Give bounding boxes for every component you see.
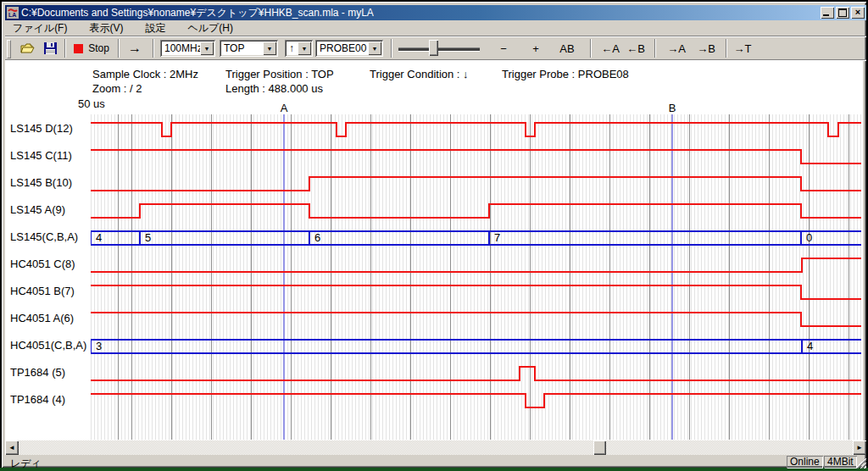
status-memory-badge: 4MBit bbox=[824, 456, 857, 468]
sample-clock-select[interactable]: 100MHz ▼ bbox=[160, 40, 215, 57]
goto-marker-a-button[interactable]: ←A bbox=[598, 39, 622, 58]
title-bar[interactable]: LA C:¥Documents and Settings¥noname¥デスクト… bbox=[5, 5, 866, 20]
window-title: C:¥Documents and Settings¥noname¥デスクトップ¥… bbox=[21, 6, 374, 20]
toolbar-separator bbox=[391, 39, 392, 58]
goto-trigger-button[interactable]: →T bbox=[731, 39, 754, 58]
scrollbar-thumb[interactable] bbox=[593, 441, 606, 455]
chevron-down-icon[interactable]: ▼ bbox=[298, 42, 311, 55]
maximize-button[interactable] bbox=[836, 7, 849, 19]
app-icon: LA bbox=[7, 7, 19, 19]
trigger-probe-select[interactable]: PROBE00 ▼ bbox=[315, 40, 383, 57]
trigger-position-select[interactable]: TOP ▼ bbox=[220, 40, 278, 57]
open-file-button[interactable] bbox=[17, 39, 39, 58]
channel-label: TP1684 (5) bbox=[10, 366, 65, 380]
toolbar-separator bbox=[726, 39, 727, 58]
horizontal-scrollbar[interactable]: ◄ ► bbox=[5, 441, 866, 455]
bus-value: 3 bbox=[96, 340, 102, 352]
waveform-2 bbox=[91, 177, 861, 191]
minimize-button[interactable] bbox=[821, 7, 834, 19]
toolbar-grip[interactable] bbox=[7, 40, 11, 58]
marker-b-label: B bbox=[667, 102, 677, 114]
channel-label: LS145(C,B,A) bbox=[10, 230, 78, 244]
waveform-10 bbox=[91, 394, 861, 407]
waveform-svg: 4567034 bbox=[91, 114, 861, 440]
set-a-label: →A bbox=[667, 42, 686, 55]
close-button[interactable]: × bbox=[851, 7, 865, 19]
marker-a-label: A bbox=[279, 102, 289, 114]
close-icon: × bbox=[855, 8, 860, 17]
zoom-slider-track[interactable] bbox=[398, 47, 480, 52]
stop-button[interactable]: Stop bbox=[70, 39, 114, 58]
trigger-edge-select[interactable]: ↑ ▼ bbox=[285, 40, 313, 57]
menu-help[interactable]: ヘルプ(H) bbox=[180, 20, 241, 37]
maximize-icon bbox=[838, 8, 847, 17]
channel-label: LS145 A(9) bbox=[10, 203, 65, 217]
time-division-label: 50 us bbox=[78, 97, 105, 110]
waveform-client-area: Sample Clock : 2MHz Trigger Position : T… bbox=[5, 60, 863, 441]
status-online-badge: Online bbox=[787, 456, 823, 468]
trigger-position-value: TOP bbox=[220, 42, 263, 54]
app-window: LA C:¥Documents and Settings¥noname¥デスクト… bbox=[2, 2, 866, 468]
scroll-right-icon: ► bbox=[856, 444, 863, 452]
scroll-right-button[interactable]: ► bbox=[853, 441, 866, 455]
bus-waveform-4: 45670 bbox=[91, 231, 861, 245]
minimize-icon bbox=[823, 14, 829, 16]
waveform-0 bbox=[91, 123, 861, 136]
bus-value: 4 bbox=[96, 231, 102, 244]
chevron-down-icon[interactable]: ▼ bbox=[368, 42, 381, 55]
goto-marker-b-button[interactable]: ←B bbox=[624, 39, 648, 58]
menu-settings[interactable]: 設定 bbox=[137, 20, 173, 37]
set-marker-a-button[interactable]: →A bbox=[665, 39, 688, 58]
trigger-position-info: Trigger Position : TOP bbox=[225, 68, 334, 80]
zoom-slider-thumb[interactable] bbox=[429, 40, 438, 56]
channel-label: LS145 D(12) bbox=[10, 122, 73, 136]
waveform-1 bbox=[91, 150, 861, 163]
scroll-left-icon: ◄ bbox=[8, 444, 15, 452]
run-button[interactable]: → bbox=[122, 39, 147, 58]
status-bar: レディ Online 4MBit bbox=[5, 457, 866, 469]
chevron-down-icon[interactable]: ▼ bbox=[200, 42, 214, 55]
zoom-in-button[interactable]: + bbox=[526, 39, 546, 58]
menu-file[interactable]: ファイル(F) bbox=[5, 20, 75, 37]
menu-bar: ファイル(F) 表示(V) 設定 ヘルプ(H) bbox=[5, 21, 866, 36]
run-arrow-icon: → bbox=[128, 41, 142, 56]
channel-label: HC4051 A(6) bbox=[10, 312, 74, 325]
trigger-probe-value: PROBE00 bbox=[315, 42, 368, 54]
floppy-disk-icon bbox=[44, 42, 57, 54]
channel-label: LS145 C(11) bbox=[10, 149, 72, 163]
channel-label: TP1684 (4) bbox=[10, 393, 65, 407]
zoom-out-button[interactable]: − bbox=[493, 39, 514, 58]
set-b-label: →B bbox=[697, 42, 715, 55]
save-button[interactable] bbox=[39, 39, 61, 58]
zoom-in-label: + bbox=[532, 42, 539, 55]
waveform-6 bbox=[91, 285, 861, 299]
channel-label: HC4051 B(7) bbox=[10, 285, 75, 298]
svg-text:LA: LA bbox=[8, 12, 16, 18]
toolbar-separator bbox=[654, 39, 656, 58]
waveform-plot[interactable]: 4567034 bbox=[91, 114, 861, 440]
status-ready-text: レディ bbox=[10, 457, 42, 471]
sample-clock-info: Sample Clock : 2MHz bbox=[92, 68, 198, 80]
resize-grip[interactable] bbox=[855, 457, 866, 468]
goto-a-label: ←A bbox=[601, 42, 620, 55]
channel-label: HC4051(C,B,A) bbox=[10, 339, 86, 352]
toolbar-separator bbox=[64, 39, 66, 58]
channel-label: LS145 B(10) bbox=[10, 176, 72, 190]
trigger-condition-info: Trigger Condition : ↓ bbox=[370, 68, 469, 80]
set-marker-b-button[interactable]: →B bbox=[694, 39, 718, 58]
trigger-probe-info: Trigger Probe : PROBE08 bbox=[502, 68, 629, 80]
bus-value: 5 bbox=[145, 231, 151, 244]
scroll-left-button[interactable]: ◄ bbox=[5, 441, 19, 455]
toolbar-separator bbox=[153, 39, 154, 58]
sample-clock-value: 100MHz bbox=[160, 42, 200, 54]
bus-value: 6 bbox=[314, 231, 320, 244]
waveform-3 bbox=[91, 204, 861, 218]
zoom-info: Zoom : / 2 bbox=[92, 82, 142, 95]
menu-view[interactable]: 表示(V) bbox=[81, 20, 131, 37]
chevron-down-icon[interactable]: ▼ bbox=[263, 42, 276, 55]
waveform-5 bbox=[91, 258, 861, 272]
bus-waveform-8: 34 bbox=[91, 340, 861, 353]
bus-value: 4 bbox=[807, 340, 813, 352]
toolbar-separator bbox=[590, 39, 592, 58]
ab-range-button[interactable]: AB bbox=[554, 39, 580, 58]
